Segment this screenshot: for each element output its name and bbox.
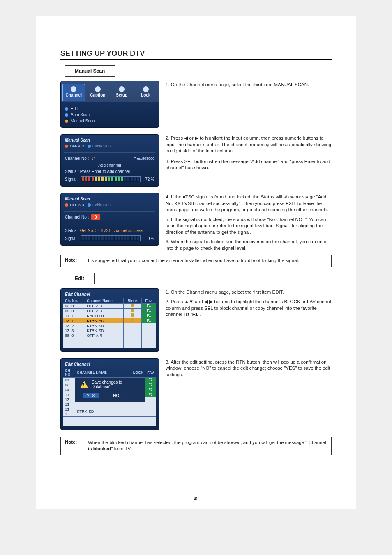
add-channel-label: Add channel — [61, 162, 159, 168]
cell-fav[interactable] — [145, 397, 156, 402]
cell-fav[interactable] — [142, 323, 156, 328]
panel-tab-caption[interactable]: Caption — [87, 84, 109, 101]
cell-block[interactable] — [124, 313, 142, 318]
freq-label: Freq:593000 — [134, 157, 154, 161]
instruction-step-4: 4. If the ATSC signal is found and locke… — [166, 194, 332, 213]
table-row[interactable]: 03- 0OFF-AIRF1 — [63, 303, 156, 308]
col-ch-name: CHANNEL NAME — [75, 368, 131, 378]
status-text: Get No. 34 8VSB channel success — [80, 228, 143, 233]
menu-item-edit[interactable]: Edit — [65, 106, 154, 112]
instruction-step-2: 2. Press ◀ or ▶ to highlight the input c… — [166, 135, 332, 154]
page-title: SETTING UP YOUR DTV — [60, 49, 332, 60]
menu-item-label: Manual Scan — [71, 119, 95, 123]
cell-block[interactable] — [124, 323, 142, 328]
panel-tab-label: Setup — [116, 93, 127, 97]
cell-ch-name: KHOU-DT — [85, 313, 124, 318]
pill-off-air[interactable]: OFF AIR — [65, 203, 84, 207]
instruction-step-5: 5. If the signal is not locked, the stat… — [166, 216, 332, 236]
edit-channel-panel: Edit Channel Ch. No. Channel Name Block … — [60, 288, 159, 352]
note-text: When the blocked channel has selected, t… — [88, 440, 327, 452]
panel-tab-setup[interactable]: Setup — [111, 84, 133, 101]
radio-icon — [65, 203, 68, 207]
cell-ch-no: 13- 3 — [63, 407, 75, 416]
cell-block[interactable] — [124, 308, 142, 313]
signal-label: Signal : — [65, 236, 78, 241]
pill-cable[interactable]: Cable STD — [88, 203, 111, 207]
panel-tab-channel[interactable]: Channel — [62, 84, 85, 101]
channel-no-label: Channel No : — [65, 215, 89, 219]
cell-fav[interactable]: F1 — [142, 318, 156, 323]
table-row[interactable]: 13- 3KTRK-SD — [63, 328, 156, 333]
table-row[interactable]: 09- 0OFF-AIRF1 — [63, 308, 156, 313]
panel-tab-label: Caption — [90, 93, 105, 97]
pill-cable[interactable]: Cable STD — [88, 144, 111, 148]
cell-fav[interactable]: F1 — [145, 392, 156, 397]
instruction-step-1: 1. On the Channel menu page, select the … — [166, 81, 332, 88]
table-row[interactable]: 68- 0OFF-AIR — [63, 333, 156, 338]
cell-block[interactable] — [124, 303, 142, 308]
cell-ch-no: 13- 1 — [63, 318, 85, 323]
col-ch-name: Channel Name — [85, 298, 124, 304]
signal-label: Signal : — [65, 177, 78, 182]
cell-ch-no: 13- 3 — [63, 328, 85, 333]
cell-fav[interactable]: F1 — [142, 313, 156, 318]
pill-label: OFF AIR — [70, 144, 84, 148]
table-row[interactable]: 11- 1KHOU-DTF1 — [63, 313, 156, 318]
cell-block[interactable] — [124, 328, 142, 333]
table-row[interactable]: 13- 2KTRK-SD — [63, 323, 156, 328]
cell-fav[interactable]: F1 — [142, 303, 156, 308]
cell-ch-no: 03- 0 — [63, 303, 85, 308]
table-row: 13- — [63, 402, 156, 407]
cell-block[interactable] — [124, 318, 142, 323]
channel-menu-panel: Channel Caption Setup Lock Edit Auto Sca… — [60, 81, 159, 128]
cell-ch-name: KTRK-SD — [85, 323, 124, 328]
menu-item-manual-scan[interactable]: Manual Scan — [65, 118, 154, 124]
channel-no-input[interactable]: 0 — [91, 214, 100, 220]
panel-subtitle: Edit Channel — [61, 359, 159, 367]
table-row — [63, 343, 156, 348]
yes-button[interactable]: YES — [83, 393, 99, 398]
cell-fav[interactable] — [142, 328, 156, 333]
cell-ch-no: 13- — [63, 397, 75, 402]
menu-item-label: Auto Scan — [71, 113, 90, 117]
status-text: Press Enter to Add channel — [80, 169, 130, 174]
menu-item-label: Edit — [71, 106, 78, 111]
instruction-step-3: 3. Press SEL button when the message "Ad… — [166, 159, 332, 171]
panel-tab-lock[interactable]: Lock — [135, 84, 157, 101]
lock-icon — [131, 304, 134, 307]
table-row: 01-Save changes to Database?YESNOF1 — [63, 377, 156, 382]
dialog-text: Save changes to Database? — [92, 380, 126, 389]
signal-percent: 72 % — [143, 177, 154, 182]
section-tab-manual-scan: Manual Scan — [65, 65, 115, 77]
menu-item-auto-scan[interactable]: Auto Scan — [65, 112, 154, 118]
lock-icon — [131, 318, 134, 322]
instruction-step-6: 6. When the signal is locked and the rec… — [166, 239, 332, 251]
cell-ch-no: 03- — [63, 382, 75, 387]
panel-subtitle: Manual Scan — [61, 193, 159, 202]
no-button[interactable]: NO — [109, 393, 123, 398]
cell-ch-no: 09- 0 — [63, 308, 85, 313]
save-dialog: Save changes to Database? — [77, 378, 129, 391]
pill-off-air[interactable]: OFF AIR — [65, 144, 84, 148]
lock-icon — [131, 309, 134, 312]
edit-step-2: 2. Press ▲▼ and ◀ ▶ buttons to highlight… — [166, 299, 332, 318]
channel-no-label: Channel No : — [65, 156, 89, 161]
cell-block[interactable] — [124, 333, 142, 338]
gear-icon — [119, 86, 125, 92]
cell-ch-name: KTRK-SD — [75, 407, 131, 416]
cell-fav[interactable] — [142, 333, 156, 338]
signal-bar — [81, 176, 141, 182]
edit-channel-dialog-panel: Edit Channel CH NO CHANNEL NAME LOCK FAV… — [60, 358, 159, 430]
cell-fav[interactable]: F1 — [145, 382, 156, 387]
cell-fav[interactable]: F1 — [145, 377, 156, 382]
channel-no-value: 34 — [91, 156, 96, 161]
cell-fav[interactable]: F1 — [142, 308, 156, 313]
status-label: Status : — [65, 228, 79, 233]
table-row[interactable]: 13- 1KTRK-HDF1 — [63, 318, 156, 323]
dot-icon — [65, 107, 68, 111]
col-lock: LOCK — [131, 368, 145, 378]
cell-ch-name: OFF-AIR — [85, 333, 124, 338]
cell-fav[interactable]: F1 — [145, 387, 156, 392]
table-row[interactable]: 13- 3KTRK-SD — [63, 407, 156, 416]
cell-ch-no: 68- 0 — [63, 333, 85, 338]
